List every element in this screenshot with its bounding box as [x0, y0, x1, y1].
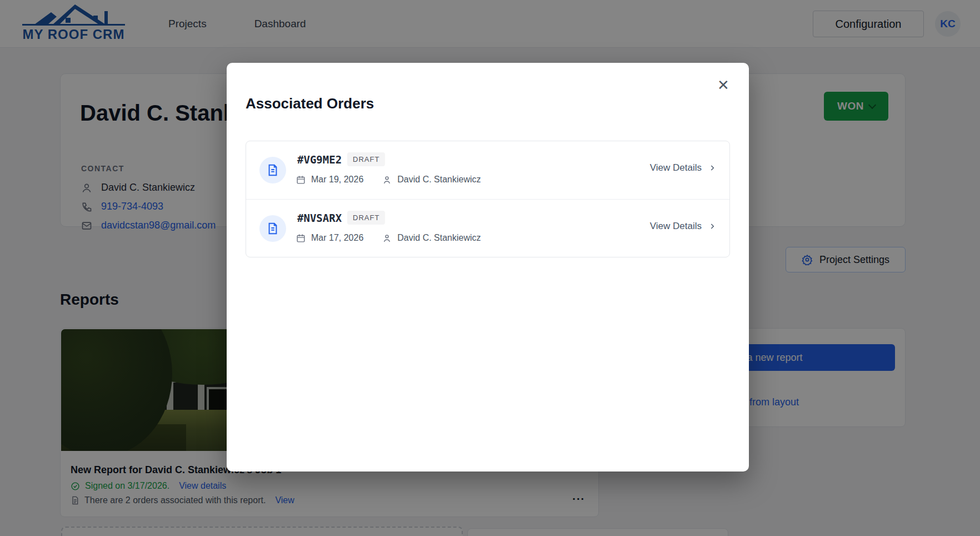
order-meta: Mar 19, 2026 David C. Stankiewicz [296, 175, 481, 185]
calendar-icon [296, 175, 306, 185]
person-icon [382, 175, 392, 185]
view-details-label: View Details [650, 162, 702, 173]
modal-title: Associated Orders [246, 95, 374, 112]
view-details-button[interactable]: View Details [650, 162, 716, 173]
order-id: #VG9ME2 [297, 153, 342, 166]
order-row[interactable]: #VG9ME2 DRAFT Mar 19, 2026 David C. Stan… [246, 141, 729, 199]
close-icon[interactable]: ✕ [713, 75, 733, 95]
calendar-icon [296, 234, 306, 243]
orders-list: #VG9ME2 DRAFT Mar 19, 2026 David C. Stan… [246, 141, 730, 257]
chevron-right-icon [708, 164, 716, 172]
person-icon [382, 234, 392, 243]
associated-orders-modal: ✕ Associated Orders #VG9ME2 DRAFT Mar 19… [227, 63, 749, 472]
order-status-badge: DRAFT [347, 211, 385, 225]
view-details-label: View Details [650, 221, 702, 232]
order-document-icon [259, 157, 286, 183]
order-date: Mar 19, 2026 [311, 175, 363, 185]
order-row[interactable]: #NVSARX DRAFT Mar 17, 2026 David C. Stan… [246, 199, 729, 257]
chevron-right-icon [708, 222, 716, 230]
view-details-button[interactable]: View Details [650, 221, 716, 232]
order-meta: Mar 17, 2026 David C. Stankiewicz [296, 233, 481, 243]
order-id: #NVSARX [297, 212, 342, 224]
order-status-badge: DRAFT [347, 152, 385, 166]
order-customer: David C. Stankiewicz [397, 233, 481, 243]
order-document-icon [259, 215, 286, 242]
order-customer: David C. Stankiewicz [397, 175, 481, 185]
order-date: Mar 17, 2026 [311, 233, 363, 243]
